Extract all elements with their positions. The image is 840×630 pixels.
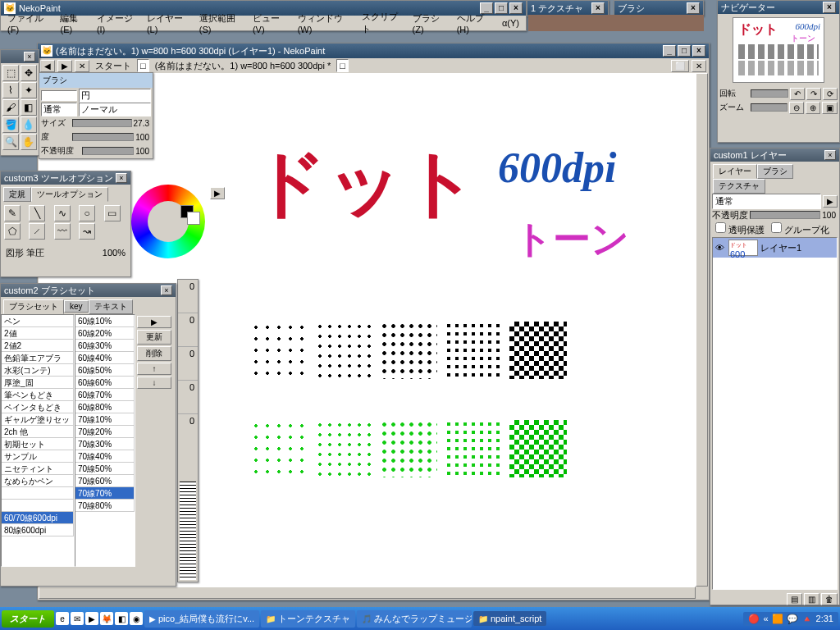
list-item[interactable]: 70線20% — [75, 426, 135, 438]
shape-curve[interactable]: ∿ — [54, 205, 71, 221]
tab-key[interactable]: key — [64, 300, 89, 313]
tray-icon[interactable]: 🟧 — [772, 614, 783, 624]
tab-text[interactable]: テキスト — [89, 299, 133, 314]
play-button[interactable]: ▶ — [210, 187, 225, 199]
list-item[interactable]: 70線80% — [75, 500, 135, 512]
shape-bezier[interactable]: ⟋ — [29, 223, 45, 240]
brush-shape[interactable]: 円 — [79, 89, 151, 103]
list-item[interactable]: 80線600dpi — [2, 524, 74, 536]
tab-ruler[interactable]: 定規 — [3, 187, 31, 202]
rotate-slider[interactable] — [751, 89, 788, 98]
blend-mode[interactable]: 通常 — [712, 194, 821, 209]
list-item[interactable]: 60/70線600dpi — [2, 512, 74, 524]
shape-free[interactable]: ✎ — [4, 205, 21, 221]
list-item[interactable]: 60線80% — [75, 401, 135, 413]
brushset-right-list[interactable]: 60線10%60線20%60線30%60線40%60線50%60線60%60線7… — [75, 314, 135, 567]
brush-mode2[interactable]: ノーマル — [79, 103, 151, 116]
nav-fwd-button[interactable]: ▶ — [57, 60, 72, 72]
new-layer-icon[interactable]: ▤ — [787, 593, 802, 605]
tool-rect-select[interactable]: ⬚ — [2, 65, 19, 81]
list-item[interactable]: 70線60% — [75, 475, 135, 487]
doc-min-button[interactable]: _ — [663, 45, 676, 57]
shape-path[interactable]: ↝ — [79, 223, 95, 240]
list-item[interactable]: 60線70% — [75, 389, 135, 401]
brush-mode1[interactable]: 通常 — [41, 103, 77, 116]
doc-max-button[interactable]: □ — [678, 45, 691, 57]
tool-eyedrop[interactable]: 💧 — [21, 116, 37, 133]
shape-poly[interactable]: ⬠ — [4, 223, 21, 240]
texture-tab-titlebar[interactable]: 1 テクスチャ × — [527, 1, 608, 16]
tray-expand-icon[interactable]: « — [763, 614, 768, 623]
rotate-ccw-icon[interactable]: ↶ — [790, 88, 805, 100]
menu-file[interactable]: ファイル(F) — [4, 12, 55, 34]
list-item[interactable]: 2ch 他 — [2, 426, 74, 438]
list-item[interactable]: 60線40% — [75, 352, 135, 364]
task-item[interactable]: 📁 トーンテクスチャ — [261, 610, 355, 628]
tool-hand[interactable]: ✋ — [21, 134, 37, 150]
nav-back-button[interactable]: ◀ — [40, 60, 55, 72]
list-item[interactable]: ニセティント — [2, 463, 74, 475]
close-icon[interactable]: × — [687, 2, 700, 14]
shape-ellipse[interactable]: ○ — [79, 205, 95, 221]
tab-toolopt[interactable]: ツールオプション — [31, 187, 108, 202]
brush-num-input[interactable] — [41, 90, 77, 101]
tab-brushset[interactable]: ブラシセット — [3, 299, 64, 314]
close-button[interactable]: × — [509, 2, 523, 14]
layer-opacity-slider[interactable] — [750, 211, 820, 219]
nav-x-button[interactable]: ✕ — [75, 60, 89, 72]
task-item[interactable]: ▶ pico_結局僕も流行にv... — [144, 610, 259, 628]
tab-doc-close[interactable]: □ — [137, 59, 149, 72]
zoom-out-icon[interactable]: ⊖ — [789, 102, 804, 114]
list-item[interactable]: 筆ペンもどき — [2, 389, 74, 401]
tab-texture[interactable]: テクスチャ — [713, 179, 765, 194]
tab-start[interactable]: スタート — [92, 60, 135, 72]
new-folder-icon[interactable]: ▥ — [804, 593, 819, 605]
menu-help[interactable]: ヘルプ(H) — [454, 12, 497, 34]
update-button[interactable]: 更新 — [137, 330, 171, 345]
list-item[interactable]: 色鉛筆エアブラ — [2, 352, 74, 364]
density-slider[interactable] — [72, 133, 134, 141]
list-item[interactable]: 70線50% — [75, 463, 135, 475]
blend-play-icon[interactable]: ▶ — [823, 195, 838, 208]
list-item[interactable]: 70線30% — [75, 438, 135, 450]
list-item[interactable]: 60線20% — [75, 327, 135, 340]
vscrollbar[interactable] — [696, 73, 708, 587]
close-icon[interactable]: × — [161, 285, 172, 295]
tool-zoom[interactable]: 🔍 — [2, 134, 19, 150]
tab-doc-close2[interactable]: □ — [336, 59, 349, 72]
up-button[interactable]: ↑ — [137, 363, 171, 375]
brushset-left-list[interactable]: ペン2値2値2色鉛筆エアブラ水彩(コンテ)厚塗_固筆ペンもどきペインタもどきギャ… — [1, 314, 75, 567]
ql-ie-icon[interactable]: e — [56, 612, 69, 625]
menu-select[interactable]: 選択範囲(S) — [196, 12, 248, 34]
rotate-cw-icon[interactable]: ↷ — [806, 88, 821, 100]
tool-fill[interactable]: 🪣 — [2, 116, 19, 133]
start-button[interactable]: スタート — [2, 610, 54, 628]
menu-image[interactable]: イメージ(I) — [94, 12, 142, 34]
menu-edit[interactable]: 編集(E) — [57, 12, 91, 34]
list-item[interactable] — [2, 487, 74, 500]
list-item[interactable]: 60線10% — [75, 315, 135, 327]
list-item[interactable] — [2, 500, 74, 512]
shape-rect[interactable]: ▭ — [104, 205, 121, 221]
list-item[interactable]: 60線60% — [75, 377, 135, 389]
layer-row[interactable]: 👁 ドット600 レイヤー1 — [713, 238, 837, 258]
zoom-in-icon[interactable]: ⊕ — [806, 102, 820, 114]
close-icon[interactable]: × — [116, 173, 127, 183]
delete-button[interactable]: 削除 — [137, 346, 171, 361]
menu-layer[interactable]: レイヤー(L) — [144, 12, 194, 34]
menu-view[interactable]: ビュー(V) — [249, 12, 293, 34]
ql-chrome-icon[interactable]: ◉ — [130, 612, 143, 625]
list-item[interactable]: 水彩(コンテ) — [2, 364, 74, 377]
list-item[interactable]: 2値2 — [2, 340, 74, 352]
navigator-thumb[interactable]: ドット 600dpi トーン — [733, 17, 824, 83]
list-item[interactable]: 厚塗_固 — [2, 377, 74, 389]
tool-brush[interactable]: 🖌 — [2, 99, 19, 116]
group-checkbox[interactable]: グループ化 — [771, 222, 829, 236]
list-item[interactable]: サンプル — [2, 450, 74, 463]
tray-icon[interactable]: 💬 — [787, 614, 798, 624]
play-icon[interactable]: ▶ — [137, 316, 171, 328]
tray-icon[interactable]: 🔴 — [748, 614, 760, 624]
tab-brush2[interactable]: ブラシ — [757, 164, 793, 179]
list-item[interactable]: ペン — [2, 315, 74, 327]
rotate-reset-icon[interactable]: ⟳ — [823, 88, 838, 100]
